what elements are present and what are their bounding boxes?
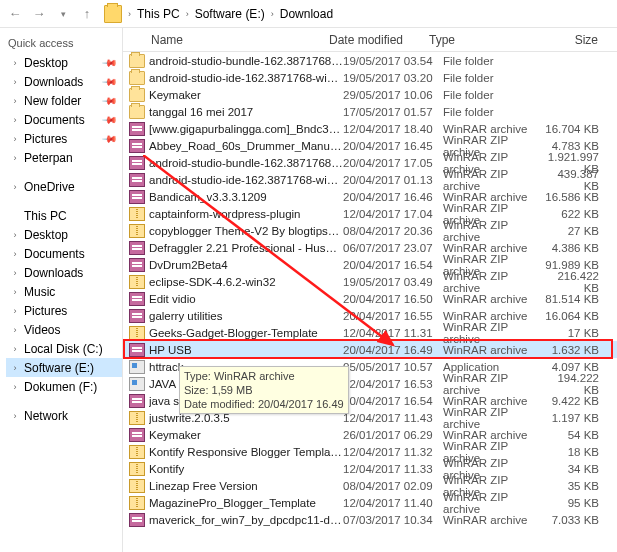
sidebar-item-label: Pictures — [24, 132, 67, 146]
file-row[interactable]: copyblogger Theme-V2 By blogtipsntrick…0… — [123, 222, 617, 239]
chevron-right-icon[interactable]: › — [186, 9, 189, 19]
file-type: WinRAR ZIP archive — [443, 321, 543, 345]
file-date: 06/07/2017 23.07 — [343, 242, 443, 254]
up-button[interactable]: ↑ — [76, 3, 98, 25]
file-row[interactable]: Edit vidio20/04/2017 16.50WinRAR archive… — [123, 290, 617, 307]
quick-access-header[interactable]: Quick access — [6, 34, 122, 53]
sidebar-item-label: New folder — [24, 94, 81, 108]
sidebar-item-label: Music — [24, 285, 55, 299]
network-label: Network — [24, 409, 68, 423]
sidebar-item[interactable]: ›New folder📌 — [6, 91, 122, 110]
nav-pane: Quick access ›Desktop📌›Downloads📌›New fo… — [0, 28, 123, 552]
back-button[interactable]: ← — [4, 3, 26, 25]
sidebar-item[interactable]: ›Documents📌 — [6, 110, 122, 129]
file-date: 12/04/2017 16.53 — [343, 378, 443, 390]
col-type[interactable]: Type — [423, 33, 523, 47]
file-size: 35 KB — [543, 480, 617, 492]
sidebar-item[interactable]: ›Pictures📌 — [6, 129, 122, 148]
file-name: Kontify Responsive Blogger Template Fre… — [149, 446, 343, 458]
file-size: 1.197 KB — [543, 412, 617, 424]
sidebar-item[interactable]: ›Downloads — [6, 263, 122, 282]
breadcrumb[interactable]: › This PC › Software (E:) › Download — [128, 5, 337, 23]
sidebar-item[interactable]: ›Pictures — [6, 301, 122, 320]
file-type: File folder — [443, 72, 543, 84]
file-row[interactable]: android-studio-ide-162.3871768-window…19… — [123, 69, 617, 86]
file-date: 20/04/2017 16.54 — [343, 395, 443, 407]
column-headers[interactable]: Name Date modified Type Size — [123, 28, 617, 52]
chevron-right-icon[interactable]: › — [271, 9, 274, 19]
folder-icon — [104, 5, 122, 23]
rar-icon — [129, 343, 145, 357]
onedrive[interactable]: ›OneDrive — [6, 177, 122, 196]
file-date: 20/04/2017 16.50 — [343, 293, 443, 305]
sidebar-item[interactable]: ›Local Disk (C:) — [6, 339, 122, 358]
pin-icon: 📌 — [102, 130, 118, 146]
file-name: maverick_for_win7_by_dpcdpc11-d37pjrj — [149, 514, 343, 526]
file-name: MagazinePro_Blogger_Template — [149, 497, 343, 509]
file-name: Defraggler 2.21 Professional - Husaintri… — [149, 242, 343, 254]
file-name: android-studio-bundle-162.3871768-win… — [149, 157, 343, 169]
chevron-right-icon[interactable]: › — [128, 9, 131, 19]
file-size: 16.704 KB — [543, 123, 617, 135]
sidebar-item-label: Software (E:) — [24, 361, 94, 375]
sidebar-item[interactable]: ›Videos — [6, 320, 122, 339]
sidebar-item[interactable]: ›Desktop📌 — [6, 53, 122, 72]
file-type: WinRAR ZIP archive — [443, 219, 543, 243]
sidebar-item[interactable]: ›Peterpan — [6, 148, 122, 167]
col-date[interactable]: Date modified — [323, 33, 423, 47]
file-date: 20/04/2017 16.45 — [343, 140, 443, 152]
file-size: 7.033 KB — [543, 514, 617, 526]
crumb-this-pc[interactable]: This PC — [133, 5, 184, 23]
sidebar-item[interactable]: ›Documents — [6, 244, 122, 263]
col-size[interactable]: Size — [523, 33, 617, 47]
file-date: 20/04/2017 16.49 — [343, 344, 443, 356]
this-pc[interactable]: This PC — [6, 206, 122, 225]
file-name: android-studio-ide-162.3871768-window… — [149, 72, 343, 84]
file-row[interactable]: Geeks-Gadget-Blogger-Template12/04/2017 … — [123, 324, 617, 341]
file-date: 19/05/2017 03.49 — [343, 276, 443, 288]
file-row[interactable]: maverick_for_win7_by_dpcdpc11-d37pjrj07/… — [123, 511, 617, 528]
sidebar-item[interactable]: ›Downloads📌 — [6, 72, 122, 91]
zip-icon — [129, 479, 145, 493]
sidebar-item[interactable]: ›Desktop — [6, 225, 122, 244]
chevron-right-icon: › — [10, 249, 20, 259]
folder-icon — [129, 54, 145, 68]
file-name: tanggal 16 mei 2017 — [149, 106, 343, 118]
file-date: 20/04/2017 01.13 — [343, 174, 443, 186]
chevron-right-icon: › — [10, 344, 20, 354]
network[interactable]: ›Network — [6, 406, 122, 425]
app-icon — [129, 377, 145, 391]
sidebar-item[interactable]: ›Dokumen (F:) — [6, 377, 122, 396]
file-date: 20/04/2017 17.05 — [343, 157, 443, 169]
zip-icon — [129, 445, 145, 459]
rar-icon — [129, 394, 145, 408]
file-date: 05/05/2017 10.57 — [343, 361, 443, 373]
sidebar-item[interactable]: ›Music — [6, 282, 122, 301]
file-row[interactable]: HP USB20/04/2017 16.49WinRAR archive1.63… — [123, 341, 617, 358]
sidebar-item-label: Documents — [24, 247, 85, 261]
file-row[interactable]: android-studio-ide-162.3871768-window…20… — [123, 171, 617, 188]
sidebar-item-label: Peterpan — [24, 151, 73, 165]
file-row[interactable]: android-studio-bundle-162.3871768-win…19… — [123, 52, 617, 69]
file-name: copyblogger Theme-V2 By blogtipsntrick… — [149, 225, 343, 237]
file-size: 18 KB — [543, 446, 617, 458]
history-dropdown[interactable]: ▾ — [52, 3, 74, 25]
file-size: 81.514 KB — [543, 293, 617, 305]
zip-icon — [129, 326, 145, 340]
file-name: android-studio-ide-162.3871768-window… — [149, 174, 343, 186]
file-date: 20/04/2017 16.46 — [343, 191, 443, 203]
file-size: 9.422 KB — [543, 395, 617, 407]
forward-button[interactable]: → — [28, 3, 50, 25]
sidebar-item-label: Downloads — [24, 266, 83, 280]
file-row[interactable]: eclipse-SDK-4.6.2-win3219/05/2017 03.49W… — [123, 273, 617, 290]
crumb-folder[interactable]: Download — [276, 5, 337, 23]
crumb-drive[interactable]: Software (E:) — [191, 5, 269, 23]
file-name: Linezap Free Version — [149, 480, 343, 492]
col-name[interactable]: Name — [123, 33, 323, 47]
file-row[interactable]: tanggal 16 mei 201717/05/2017 01.57File … — [123, 103, 617, 120]
onedrive-label: OneDrive — [24, 180, 75, 194]
file-row[interactable]: Keymaker29/05/2017 10.06File folder — [123, 86, 617, 103]
file-row[interactable]: MagazinePro_Blogger_Template12/04/2017 1… — [123, 494, 617, 511]
sidebar-item[interactable]: ›Software (E:) — [6, 358, 122, 377]
file-name: Bandicam_v3.3.3.1209 — [149, 191, 343, 203]
